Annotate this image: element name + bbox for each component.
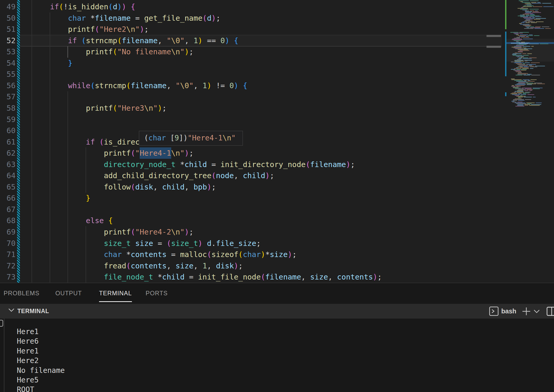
code-token: (	[203, 14, 207, 22]
vscode-window: 49 if(!is_hidden(d)) {50 char *filename …	[0, 0, 554, 392]
tooltip-token: \n	[222, 134, 231, 142]
code-token	[32, 250, 104, 259]
code-token: char	[243, 250, 261, 259]
code-line[interactable]: 72 fread(contents, size, 1, disk);	[0, 260, 502, 272]
code-token: (	[113, 47, 117, 56]
code-line[interactable]: 50 char *filename = get_file_name(d);	[0, 13, 502, 24]
code-token: ,	[193, 81, 203, 90]
code-token	[32, 261, 104, 270]
code-token: ,	[167, 81, 176, 90]
code-editor[interactable]: 49 if(!is_hidden(d)) {50 char *filename …	[0, 0, 554, 283]
code-text: directory_node_t *child = init_directory…	[32, 159, 355, 170]
code-token: node	[216, 171, 234, 180]
code-line[interactable]: 54 }	[0, 58, 502, 69]
code-token: size	[310, 273, 328, 281]
code-token: disk	[216, 261, 234, 270]
shell-label[interactable]: bash	[501, 304, 516, 319]
code-line[interactable]: 69 printf("Here4-2\n");	[0, 227, 502, 238]
code-token	[32, 14, 68, 22]
code-line[interactable]: 70 size_t size = (size_t) d.file_size;	[0, 238, 502, 249]
tooltip-token: [	[166, 134, 175, 142]
code-token: =	[167, 250, 180, 259]
code-token: ;	[238, 261, 243, 270]
terminal-icon[interactable]	[489, 304, 499, 319]
code-token: )	[207, 81, 211, 90]
code-line[interactable]: 60	[0, 125, 502, 137]
code-line[interactable]: 56 while(strncmp(filename, "\0", 1) != 0…	[0, 80, 502, 92]
section-chevron-icon[interactable]	[8, 307, 15, 313]
code-token: (	[207, 250, 211, 259]
code-token: )	[158, 104, 162, 112]
code-token: ;	[144, 25, 148, 34]
code-line[interactable]: 53 printf("No filename\n");	[0, 46, 502, 58]
code-token: char	[104, 250, 122, 259]
code-token: \0	[180, 81, 189, 90]
line-number: 56	[0, 80, 16, 92]
code-token: ,	[185, 183, 194, 191]
panel-tab-terminal[interactable]: TERMINAL	[99, 283, 132, 304]
code-line[interactable]: 71 char *contents = malloc(sizeof(char)*…	[0, 249, 502, 260]
terminal-output-area[interactable]: Here1Here6Here1Here2No filenameHere5ROOT	[0, 319, 554, 392]
code-token: follow	[104, 183, 131, 191]
code-token: )	[185, 228, 189, 236]
code-token: bpb	[193, 183, 207, 191]
code-token: (	[131, 228, 135, 236]
code-token: malloc	[180, 250, 207, 259]
code-token	[32, 239, 104, 248]
code-line[interactable]: 65 follow(disk, child, bpb);	[0, 182, 502, 193]
split-terminal-icon[interactable]	[546, 304, 554, 319]
code-token: *	[265, 250, 270, 259]
panel-tabbar: PROBLEMSOUTPUTTERMINALPORTS	[0, 283, 554, 304]
code-token: {	[108, 216, 113, 225]
code-line[interactable]: 66 }	[0, 193, 502, 204]
line-number: 63	[0, 159, 16, 170]
code-line[interactable]: 59	[0, 114, 502, 125]
panel-tab-problems[interactable]: PROBLEMS	[4, 283, 40, 304]
code-token	[95, 138, 99, 146]
code-token: "	[135, 25, 140, 34]
panel-tab-output[interactable]: OUTPUT	[55, 283, 82, 304]
code-token	[32, 183, 104, 191]
code-text: char *filename = get_file_name(d);	[32, 13, 220, 24]
code-token	[176, 160, 180, 169]
code-token: get_file_name	[144, 14, 202, 22]
code-token	[32, 149, 104, 157]
code-line[interactable]: 57	[0, 91, 502, 103]
code-line[interactable]: 64 add_child_directory_tree(node, child)…	[0, 170, 502, 182]
launch-profile-chevron-icon[interactable]	[533, 304, 540, 319]
new-terminal-icon[interactable]	[521, 304, 531, 319]
code-token: )	[225, 36, 229, 45]
code-token: 1	[193, 36, 198, 45]
code-line[interactable]: 58 printf("Here3\n");	[0, 103, 502, 114]
code-line[interactable]: 62 printf("Here4-1\n");	[0, 148, 502, 159]
code-line[interactable]: 61 if (is_direc	[0, 137, 502, 148]
code-line[interactable]: 55	[0, 69, 502, 80]
code-line[interactable]: 52 if (strncmp(filename, "\0", 1) == 0) …	[0, 35, 502, 47]
line-number: 55	[0, 69, 16, 80]
line-number: 71	[0, 249, 16, 260]
line-number: 66	[0, 193, 16, 204]
code-token: *	[158, 273, 162, 281]
code-line[interactable]: 68 else {	[0, 215, 502, 227]
code-token: )	[117, 2, 122, 11]
code-token	[32, 81, 68, 90]
code-token: (	[81, 36, 86, 45]
code-token	[131, 239, 135, 248]
code-text: file_node_t *child = init_file_node(file…	[32, 272, 382, 283]
code-token: child	[162, 273, 185, 281]
code-line[interactable]: 67	[0, 204, 502, 215]
code-token: (	[126, 261, 131, 270]
overview-ruler-mark	[486, 35, 501, 37]
panel-tab-ports[interactable]: PORTS	[146, 283, 168, 304]
code-token: file_node_t	[104, 273, 153, 281]
code-line[interactable]: 73 file_node_t *child = init_file_node(f…	[0, 272, 502, 283]
code-token: disk	[135, 183, 153, 191]
code-token: \n	[126, 25, 135, 34]
code-line[interactable]: 63 directory_node_t *child = init_direct…	[0, 159, 502, 170]
code-token	[32, 2, 50, 11]
line-number: 68	[0, 215, 16, 227]
code-line[interactable]: 51 printf("Here2\n");	[0, 24, 502, 35]
code-token: ;	[270, 171, 274, 180]
code-line[interactable]: 49 if(!is_hidden(d)) {	[0, 1, 502, 13]
minimap[interactable]	[505, 0, 554, 283]
